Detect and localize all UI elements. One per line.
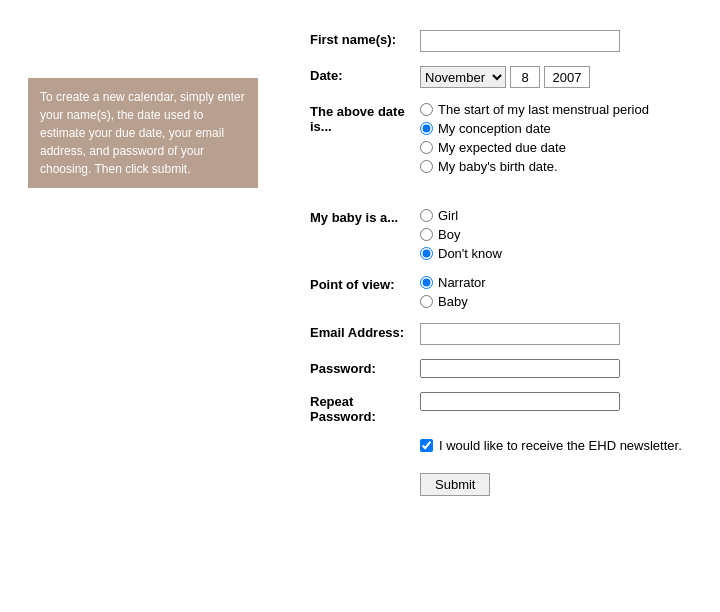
pov-narrator-label: Narrator	[438, 275, 486, 290]
password-input[interactable]	[420, 359, 620, 378]
repeat-password-input[interactable]	[420, 392, 620, 411]
date-type-radio-group: The start of my last menstrual period My…	[420, 102, 700, 174]
above-date-row: The above date is... The start of my las…	[310, 102, 700, 174]
date-option-2-label: My expected due date	[438, 140, 566, 155]
baby-control: Girl Boy Don't know	[420, 208, 700, 261]
submit-button[interactable]	[420, 473, 490, 496]
first-name-control	[420, 30, 700, 52]
baby-dontknow-label: Don't know	[438, 246, 502, 261]
newsletter-checkbox[interactable]	[420, 439, 433, 452]
repeat-password-control	[420, 392, 700, 411]
date-option-3-radio[interactable]	[420, 160, 433, 173]
baby-girl[interactable]: Girl	[420, 208, 700, 223]
pov-label: Point of view:	[310, 275, 420, 292]
date-option-0-label: The start of my last menstrual period	[438, 102, 649, 117]
password-label: Password:	[310, 359, 420, 376]
first-name-label: First name(s):	[310, 30, 420, 47]
baby-dontknow-radio[interactable]	[420, 247, 433, 260]
pov-baby-radio[interactable]	[420, 295, 433, 308]
above-date-control: The start of my last menstrual period My…	[420, 102, 700, 174]
submit-row	[420, 473, 700, 496]
baby-boy[interactable]: Boy	[420, 227, 700, 242]
date-option-1[interactable]: My conception date	[420, 121, 700, 136]
pov-baby-label: Baby	[438, 294, 468, 309]
email-label: Email Address:	[310, 323, 420, 340]
spacer-1	[310, 188, 700, 208]
pov-radio-group: Narrator Baby	[420, 275, 700, 309]
tooltip-box: To create a new calendar, simply enter y…	[28, 78, 258, 188]
form-area: First name(s): Date: JanuaryFebruaryMarc…	[310, 30, 700, 496]
pov-baby[interactable]: Baby	[420, 294, 700, 309]
month-select[interactable]: JanuaryFebruaryMarchAprilMayJuneJulyAugu…	[420, 66, 506, 88]
pov-row: Point of view: Narrator Baby	[310, 275, 700, 309]
baby-boy-radio[interactable]	[420, 228, 433, 241]
baby-row: My baby is a... Girl Boy Don't know	[310, 208, 700, 261]
tooltip-text: To create a new calendar, simply enter y…	[40, 90, 245, 176]
pov-control: Narrator Baby	[420, 275, 700, 309]
first-name-row: First name(s):	[310, 30, 700, 52]
password-row: Password:	[310, 359, 700, 378]
baby-boy-label: Boy	[438, 227, 460, 242]
baby-radio-group: Girl Boy Don't know	[420, 208, 700, 261]
date-option-2-radio[interactable]	[420, 141, 433, 154]
date-inputs: JanuaryFebruaryMarchAprilMayJuneJulyAugu…	[420, 66, 700, 88]
password-control	[420, 359, 700, 378]
above-date-label: The above date is...	[310, 102, 420, 134]
date-option-3[interactable]: My baby's birth date.	[420, 159, 700, 174]
baby-girl-radio[interactable]	[420, 209, 433, 222]
pov-narrator[interactable]: Narrator	[420, 275, 700, 290]
email-row: Email Address:	[310, 323, 700, 345]
date-control: JanuaryFebruaryMarchAprilMayJuneJulyAugu…	[420, 66, 700, 88]
baby-label: My baby is a...	[310, 208, 420, 225]
email-control	[420, 323, 700, 345]
day-input[interactable]	[510, 66, 540, 88]
repeat-password-label: Repeat Password:	[310, 392, 420, 424]
date-option-2[interactable]: My expected due date	[420, 140, 700, 155]
date-option-0[interactable]: The start of my last menstrual period	[420, 102, 700, 117]
date-row: Date: JanuaryFebruaryMarchAprilMayJuneJu…	[310, 66, 700, 88]
date-option-1-label: My conception date	[438, 121, 551, 136]
date-label: Date:	[310, 66, 420, 83]
baby-dontknow[interactable]: Don't know	[420, 246, 700, 261]
date-option-3-label: My baby's birth date.	[438, 159, 558, 174]
repeat-password-row: Repeat Password:	[310, 392, 700, 424]
date-option-1-radio[interactable]	[420, 122, 433, 135]
email-input[interactable]	[420, 323, 620, 345]
pov-narrator-radio[interactable]	[420, 276, 433, 289]
newsletter-label: I would like to receive the EHD newslett…	[439, 438, 682, 453]
baby-girl-label: Girl	[438, 208, 458, 223]
newsletter-row: I would like to receive the EHD newslett…	[420, 438, 700, 453]
first-name-input[interactable]	[420, 30, 620, 52]
year-input[interactable]	[544, 66, 590, 88]
date-option-0-radio[interactable]	[420, 103, 433, 116]
